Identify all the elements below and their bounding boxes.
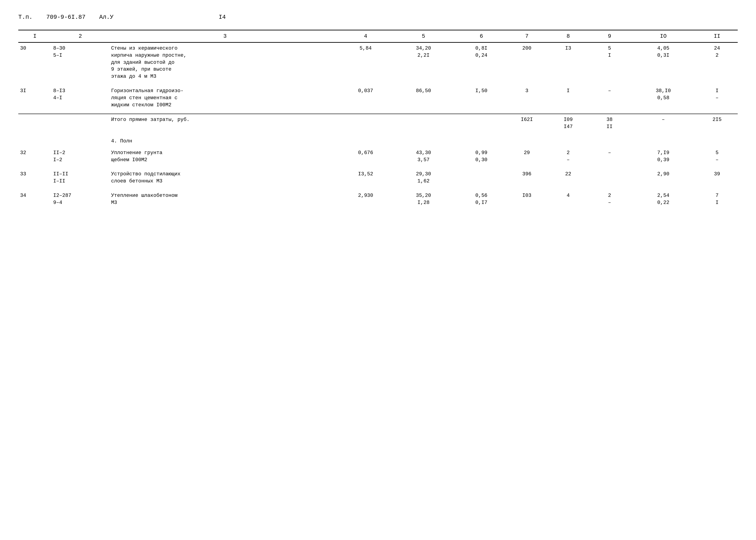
cell-col8: I — [548, 85, 589, 111]
col-header-7: 7 — [506, 30, 548, 43]
cell-col10: 2,90 — [630, 169, 696, 187]
cell-col4: 0,676 — [341, 147, 390, 166]
cell-col9: – — [589, 147, 630, 166]
column-header-row: I 2 3 4 5 6 7 8 9 IO II — [18, 30, 738, 43]
cell-col9: 5 I — [589, 43, 630, 82]
col-header-5: 5 — [390, 30, 456, 43]
cell-col11: 5 – — [696, 147, 738, 166]
cell-col6 — [456, 169, 506, 187]
cell-col6: 0,56 0,I7 — [456, 190, 506, 209]
header-label1: Т.п. — [18, 14, 33, 21]
cell-col4: 2,930 — [341, 190, 390, 209]
cell-description: Стены из керамического кирпича наружные … — [109, 43, 341, 82]
spacer-row — [18, 82, 738, 85]
col-header-10: IO — [630, 30, 696, 43]
cell-col5: 35,20 I,28 — [390, 190, 456, 209]
cell-col8: 4 — [548, 190, 589, 209]
col-header-4: 4 — [341, 30, 390, 43]
cell-col6: 0,8I 0,24 — [456, 43, 506, 82]
spacer-row — [18, 187, 738, 190]
cell-code: 8–I3 4–I — [52, 85, 109, 111]
cell-col9: – — [589, 85, 630, 111]
spacer-row — [18, 166, 738, 169]
cell-row-num: 3I — [18, 85, 52, 111]
cell-col11: 7 I — [696, 190, 738, 209]
spacer-row — [18, 209, 738, 211]
page-header: Т.п. 709-9-6I.87 Ал.У I4 — [18, 14, 738, 21]
cell-col6: I,50 — [456, 85, 506, 111]
table-row: 308–30 5–IСтены из керамического кирпича… — [18, 43, 738, 82]
header-label2: 709-9-6I.87 — [46, 14, 85, 21]
cell-col5: 29,30 1,62 — [390, 169, 456, 187]
col-header-3: 3 — [109, 30, 341, 43]
cell-col7: 29 — [506, 147, 548, 166]
col-header-2: 2 — [52, 30, 109, 43]
main-table: I 2 3 4 5 6 7 8 9 IO II 308–30 5–IСтены … — [18, 30, 738, 211]
main-table-container: I 2 3 4 5 6 7 8 9 IO II 308–30 5–IСтены … — [18, 30, 738, 211]
table-row: 34I2–287 9–4Утепление шлакобетоном М32,9… — [18, 190, 738, 209]
cell-col10: 7,I9 0,39 — [630, 147, 696, 166]
cell-col7: 396 — [506, 169, 548, 187]
header-label3: Ал.У — [99, 14, 113, 21]
cell-col7: I03 — [506, 190, 548, 209]
table-row: 32II–2 I–2Уплотнение грунта щебнем I00М2… — [18, 147, 738, 166]
cell-col4: 0,037 — [341, 85, 390, 111]
cell-code: II–2 I–2 — [52, 147, 109, 166]
cell-col11: 24 2 — [696, 43, 738, 82]
col-header-11: II — [696, 30, 738, 43]
cell-description: Горизонтальная гидроизо- ляция стен цеме… — [109, 85, 341, 111]
table-row: Итого прямне затраты, руб.I62II09 I4738 … — [18, 114, 738, 133]
cell-col4: 5,84 — [341, 43, 390, 82]
cell-col11: 39 — [696, 169, 738, 187]
col-header-6: 6 — [456, 30, 506, 43]
cell-col10: 4,05 0,3I — [630, 43, 696, 82]
spacer-row — [18, 133, 738, 136]
cell-code: 8–30 5–I — [52, 43, 109, 82]
cell-col4: I3,52 — [341, 169, 390, 187]
cell-col10: 38,I0 0,58 — [630, 85, 696, 111]
cell-col9 — [589, 169, 630, 187]
cell-row-num: 32 — [18, 147, 52, 166]
cell-col8: 2 – — [548, 147, 589, 166]
cell-description: Уплотнение грунта щебнем I00М2 — [109, 147, 341, 166]
cell-code: I2–287 9–4 — [52, 190, 109, 209]
col-header-9: 9 — [589, 30, 630, 43]
cell-col8: 22 — [548, 169, 589, 187]
cell-col6: 0,99 0,30 — [456, 147, 506, 166]
cell-description: Утепление шлакобетоном М3 — [109, 190, 341, 209]
col-header-8: 8 — [548, 30, 589, 43]
cell-col5: 34,20 2,2I — [390, 43, 456, 82]
cell-col5: 86,50 — [390, 85, 456, 111]
header-label4: I4 — [218, 14, 226, 21]
cell-col8: I3 — [548, 43, 589, 82]
cell-code: II–II I–II — [52, 169, 109, 187]
spacer-row — [18, 111, 738, 114]
cell-description: Устройство подстилающих слоев бетонных М… — [109, 169, 341, 187]
cell-row-num: 34 — [18, 190, 52, 209]
table-row: 3I8–I3 4–IГоризонтальная гидроизо- ляция… — [18, 85, 738, 111]
cell-col7: 200 — [506, 43, 548, 82]
cell-row-num: 33 — [18, 169, 52, 187]
cell-col10: 2,54 0,22 — [630, 190, 696, 209]
col-header-1: I — [18, 30, 52, 43]
table-row: 4. Полн — [18, 136, 738, 147]
table-row: 33II–II I–IIУстройство подстилающих слое… — [18, 169, 738, 187]
cell-col5: 43,30 3,57 — [390, 147, 456, 166]
cell-col11: I – — [696, 85, 738, 111]
cell-col9: 2 – — [589, 190, 630, 209]
cell-row-num: 30 — [18, 43, 52, 82]
cell-col7: 3 — [506, 85, 548, 111]
